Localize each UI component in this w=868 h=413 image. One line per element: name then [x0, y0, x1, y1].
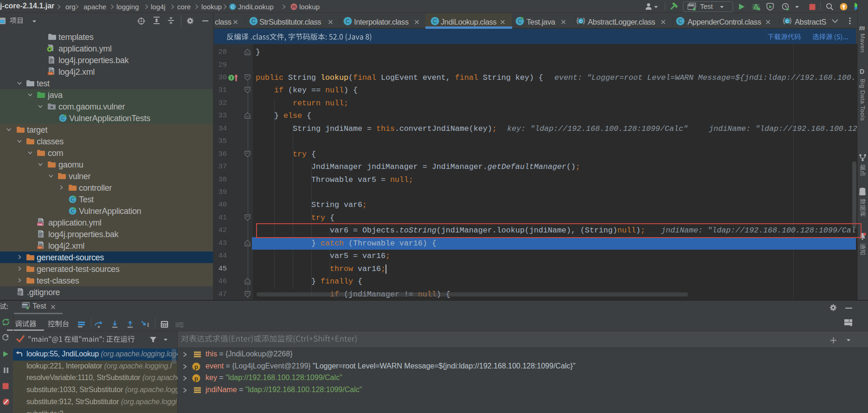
svg-text:<>: <>: [38, 246, 42, 249]
svg-text:C: C: [678, 18, 682, 25]
svg-text:C: C: [786, 19, 789, 24]
svg-text:C: C: [346, 18, 350, 25]
svg-text:p: p: [194, 375, 198, 382]
svg-text:C: C: [433, 18, 437, 25]
svg-text:C: C: [251, 18, 256, 25]
svg-text:<>: <>: [49, 72, 52, 75]
svg-text:p: p: [194, 363, 198, 370]
svg-text:YML: YML: [37, 223, 43, 226]
svg-text:I: I: [147, 321, 149, 328]
svg-text:C: C: [579, 19, 583, 24]
svg-text:m: m: [292, 4, 296, 9]
svg-text:C: C: [231, 4, 234, 9]
